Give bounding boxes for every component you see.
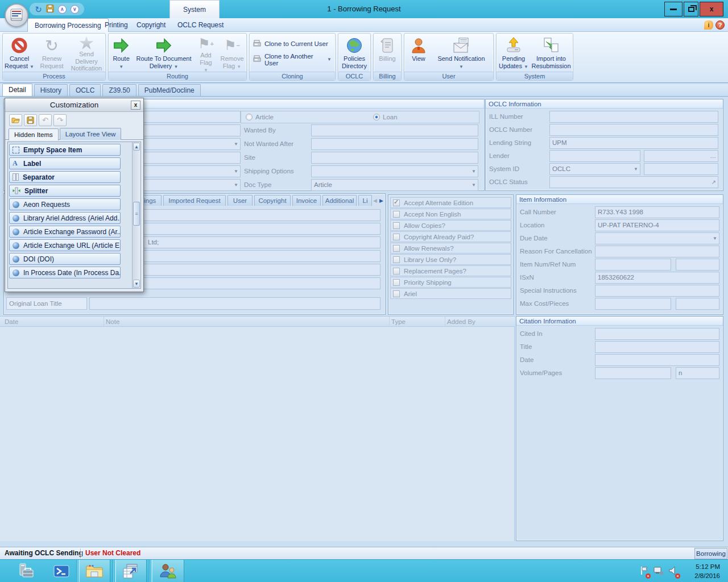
chevron-down-icon[interactable]: ▼ [234,180,238,190]
reason-for-cancellation-field[interactable] [595,246,719,257]
open-layout-button[interactable] [9,114,22,126]
lender-lookup-field[interactable]: … [644,150,718,162]
send-notification-button[interactable]: Send Notification▼ [431,35,491,72]
ribbon-tab-borrowing-processing[interactable]: Borrowing Processing [27,18,109,32]
checkbox-icon[interactable] [393,290,400,297]
list-item[interactable]: Aeon Requests [9,198,121,210]
chevron-down-icon[interactable]: ▼ [471,166,476,177]
view-user-button[interactable]: View [406,35,431,72]
tab-oclc[interactable]: OCLC [69,84,101,96]
list-item[interactable]: ALabel [9,157,121,169]
call-number-field[interactable]: R733.Y43 1998 [595,206,719,218]
volume-pages-extra-field[interactable]: n [676,367,719,379]
system-id-field[interactable]: OCLC▼ [549,163,640,175]
collapse-down-icon[interactable]: ∨ [71,5,79,14]
oclc-status-field[interactable]: ↗ [549,176,718,188]
column-header-note[interactable]: Note [106,317,119,327]
sync-icon[interactable]: ↻ [35,5,42,14]
tab-z3950[interactable]: Z39.50 [102,84,136,96]
checkbox-icon[interactable] [393,222,400,229]
column-header-date[interactable]: Date [5,317,18,327]
close-button[interactable]: x [700,2,723,16]
site-field[interactable] [311,152,478,164]
list-item[interactable]: Separator [9,171,121,183]
radio-article[interactable]: Article [246,114,274,120]
ellipsis-icon[interactable]: … [710,151,716,161]
redo-icon[interactable]: ↷ [53,114,67,126]
tab-user[interactable]: User [228,195,253,206]
lender-field[interactable] [549,150,640,162]
app-menu-button[interactable] [5,3,28,27]
list-item[interactable]: Empty Space Item [9,144,121,156]
special-instructions-field[interactable] [595,285,719,297]
checkbox-icon[interactable] [393,256,400,263]
checkbox-icon[interactable] [393,245,400,252]
tab-detail[interactable]: Detail [2,84,32,96]
taskbar-file-explorer-button[interactable] [78,560,110,582]
column-header-added-by[interactable]: Added By [447,317,475,327]
ribbon-tab-copyright[interactable]: Copyright [130,18,172,32]
ribbon-tab-oclc-request[interactable]: OCLC Request [171,18,230,32]
oclc-number-field[interactable] [549,124,718,136]
network-icon[interactable] [653,566,664,577]
scroll-up-icon[interactable]: ▲ [133,143,140,151]
list-scrollbar[interactable]: ▲ ≡ ▼ [132,142,140,288]
checkbox-icon[interactable] [393,234,400,240]
collapse-up-icon[interactable]: ∧ [58,5,67,14]
checkbox-checked-icon[interactable] [393,199,400,206]
wanted-by-field[interactable] [311,124,478,136]
lending-string-field[interactable]: UPM [549,137,718,149]
billing-button[interactable]: Billing [374,35,400,72]
isxn-field[interactable]: 1853260622 [595,272,719,284]
location-field[interactable]: UP-PAT PATERNO-4 [595,219,719,231]
import-into-resubmission-button[interactable]: Import into Resubmission [530,35,572,72]
restore-button[interactable] [684,2,698,16]
pieces-field[interactable] [676,298,719,310]
cited-date-field[interactable] [595,354,719,366]
cited-in-field[interactable] [595,328,719,340]
save-icon[interactable] [46,5,54,14]
policies-directory-button[interactable]: Policies Directory [339,35,370,72]
cancel-request-button[interactable]: Cancel Request ▼ [3,35,36,72]
not-wanted-after-field[interactable] [311,138,478,150]
due-date-field[interactable]: ▼ [595,232,719,244]
tab-lists-clipped[interactable]: Li [358,195,372,206]
clone-to-another-user-button[interactable]: Clone to Another User ▼ [253,53,332,66]
dialog-close-button[interactable]: x [131,101,140,110]
pending-updates-button[interactable]: Pending Updates ▼ [497,35,530,72]
radio-loan[interactable]: Loan [373,114,398,120]
ill-number-field[interactable] [549,111,718,123]
notes-grid-body[interactable] [0,327,515,541]
list-item[interactable]: In Process Date (In Process Da... [9,267,121,278]
tab-additional[interactable]: Additional [322,195,357,206]
list-item[interactable]: DOI (DOI) [9,253,121,265]
add-flag-button[interactable]: ⚑+ Add Flag▼ [194,35,218,72]
chevron-down-icon[interactable]: ▼ [471,180,476,190]
taskbar-clock[interactable]: 5:12 PM 2/8/2016 [680,562,720,580]
info-icon[interactable]: i [704,20,713,30]
tab-imported-request[interactable]: Imported Request [163,195,226,206]
taskbar-server-manager-button[interactable] [8,560,44,582]
cited-title-field[interactable] [595,341,719,353]
chevron-down-icon[interactable]: ▼ [234,166,238,177]
tab-copyright[interactable]: Copyright [254,195,291,206]
ref-num-field[interactable] [676,259,719,271]
goto-arrow-icon[interactable]: ↗ [712,177,716,188]
undo-icon[interactable]: ↶ [39,114,52,126]
scroll-right-icon[interactable]: ▶ [379,196,383,205]
help-icon[interactable]: ? [715,20,725,30]
list-item[interactable]: Library Ariel Address (Ariel Add... [9,212,121,224]
dialog-titlebar[interactable]: Customization x [5,98,143,112]
chevron-down-icon[interactable]: ▼ [713,233,717,244]
list-item[interactable]: Article Exchange Password (Ar... [9,226,121,238]
system-id-extra-field[interactable] [644,163,718,175]
renew-request-button[interactable]: ↻ Renew Request [36,35,68,72]
tab-invoice[interactable]: Invoice [292,195,321,206]
tab-layout-tree-view[interactable]: Layout Tree View [60,128,122,140]
list-item[interactable]: Splitter [9,185,121,197]
scroll-left-icon[interactable]: ◀ [373,196,377,205]
checkbox-icon[interactable] [393,211,400,218]
route-button[interactable]: Route▼ [109,35,134,72]
flag-alert-icon[interactable]: × [640,566,648,577]
route-to-document-delivery-button[interactable]: Route To Document Delivery ▼ [134,35,194,72]
